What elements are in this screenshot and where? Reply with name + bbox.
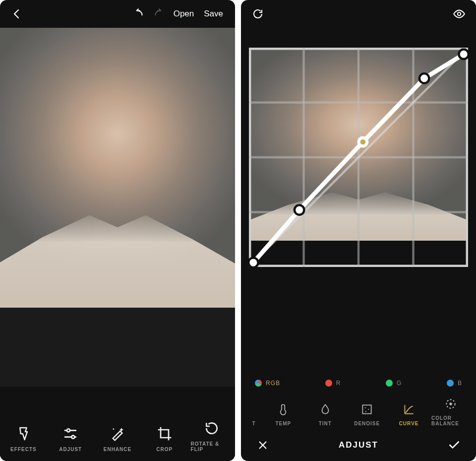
svg-point-18 (295, 205, 304, 214)
svg-point-26 (365, 411, 366, 412)
svg-point-21 (419, 73, 429, 83)
adjust-tool-color-balance[interactable]: COLOR BALANCE (431, 397, 470, 426)
adjust-title: ADJUST (339, 440, 378, 450)
svg-point-28 (449, 402, 452, 405)
svg-point-22 (459, 50, 468, 59)
channel-b[interactable]: B (447, 380, 462, 387)
editor-main-pane: Open Save EFFECTS A (0, 0, 235, 461)
tool-crop[interactable]: CROP (144, 426, 185, 452)
adjust-tool-curve[interactable]: CURVE (390, 403, 428, 426)
tool-label: CROP (156, 447, 173, 452)
right-topbar (241, 0, 476, 28)
svg-point-3 (71, 436, 74, 439)
adjust-tool-row: T TEMP TINT DENOISE CURVE (241, 389, 476, 429)
confirm-button[interactable] (444, 435, 464, 455)
channel-g[interactable]: G (386, 380, 402, 387)
adjust-tool-tint[interactable]: TINT (306, 403, 345, 426)
channel-selector: RGB R G B (241, 376, 476, 389)
back-icon[interactable] (7, 4, 27, 24)
svg-point-20 (360, 139, 366, 145)
left-topbar: Open Save (0, 0, 235, 28)
svg-point-24 (365, 407, 366, 408)
channel-rgb[interactable]: RGB (255, 380, 280, 387)
reset-icon[interactable] (248, 4, 268, 24)
curve-editor[interactable] (249, 48, 468, 370)
open-button[interactable]: Open (169, 9, 199, 19)
undo-icon[interactable] (129, 4, 149, 24)
blue-dot-icon (447, 380, 454, 387)
tool-adjust[interactable]: ADJUST (50, 426, 91, 452)
tool-effects[interactable]: EFFECTS (2, 426, 44, 452)
svg-point-25 (368, 409, 369, 410)
curve-grid[interactable] (249, 48, 468, 267)
red-dot-icon (325, 380, 332, 387)
channel-r[interactable]: R (325, 380, 341, 387)
svg-point-17 (249, 258, 258, 267)
photo-preview[interactable] (0, 28, 235, 387)
adjust-tool-edge-left[interactable]: T (247, 421, 261, 426)
svg-point-4 (113, 428, 115, 430)
tool-label: EFFECTS (10, 447, 37, 452)
svg-rect-23 (363, 405, 371, 413)
adjust-tool-denoise[interactable]: DENOISE (348, 403, 386, 426)
tool-rotate-flip[interactable]: ROTATE & FLIP (191, 420, 233, 452)
redo-icon[interactable] (149, 4, 169, 24)
green-dot-icon (386, 380, 393, 387)
cancel-button[interactable] (253, 435, 273, 455)
main-toolbar: EFFECTS ADJUST (0, 387, 235, 461)
tool-label: ROTATE & FLIP (191, 441, 233, 452)
tool-enhance[interactable]: ENHANCE (97, 426, 138, 452)
curves-pane: RGB R G B T (241, 0, 476, 461)
tool-label: ENHANCE (104, 447, 131, 452)
rgb-dot-icon (255, 380, 262, 387)
svg-point-5 (458, 12, 461, 16)
save-button[interactable]: Save (199, 9, 228, 19)
preview-eye-icon[interactable] (449, 4, 469, 24)
tool-label: ADJUST (59, 447, 82, 452)
adjust-tool-temp[interactable]: TEMP (264, 403, 302, 426)
svg-point-1 (67, 429, 70, 432)
confirm-bar: ADJUST (241, 429, 476, 461)
